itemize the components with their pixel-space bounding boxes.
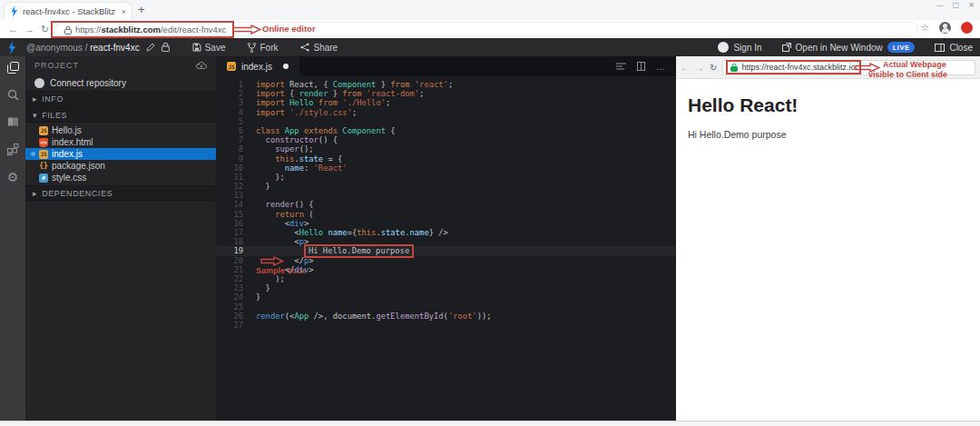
code-line[interactable]: 26render(<App />, document.getElementByI… bbox=[216, 312, 676, 321]
code-line[interactable]: 7 constructor() { bbox=[216, 135, 676, 144]
code-line[interactable]: 5 bbox=[216, 117, 676, 126]
line-number: 6 bbox=[216, 126, 256, 135]
bookmark-star-icon[interactable]: ☆ bbox=[920, 22, 929, 34]
preview-back-icon[interactable]: ← bbox=[681, 63, 690, 73]
code-line[interactable]: 17 <Hello name={this.state.name} /> bbox=[216, 228, 676, 237]
settings-gear-icon[interactable]: ⚙ bbox=[7, 171, 19, 183]
code-line[interactable]: 27 bbox=[216, 321, 676, 330]
open-new-window-button[interactable]: Open in New Window LIVE bbox=[782, 42, 916, 53]
online-editor-label: Online editor bbox=[262, 24, 316, 34]
extensions-icon[interactable] bbox=[7, 144, 19, 155]
line-text: render() { bbox=[256, 200, 314, 209]
code-line[interactable]: 10 name: 'React' bbox=[216, 163, 676, 173]
code-line[interactable]: 4import './style.css'; bbox=[216, 108, 676, 117]
file-name: index.js bbox=[52, 149, 83, 159]
code-line[interactable]: 20 </p> bbox=[216, 256, 676, 265]
code-line[interactable]: 12 } bbox=[216, 182, 676, 191]
update-badge-icon[interactable] bbox=[961, 22, 973, 34]
code-line[interactable]: 8 super(); bbox=[216, 144, 676, 154]
code-line[interactable]: 18 <p> bbox=[216, 237, 676, 246]
code-line[interactable]: 22 ); bbox=[216, 274, 676, 283]
code-line[interactable]: 19 Hi Hello.Demo purposeSample code bbox=[216, 246, 676, 255]
preview-refresh-icon[interactable]: ↻ bbox=[710, 63, 717, 73]
code-area[interactable]: 1import React, { Component } from 'react… bbox=[216, 80, 676, 330]
line-text: </div> bbox=[256, 265, 314, 274]
code-line[interactable]: 14 render() { bbox=[216, 200, 676, 209]
section-info[interactable]: ▸ INFO bbox=[25, 91, 216, 106]
code-line[interactable]: 21 </div> bbox=[216, 265, 676, 274]
line-text: } bbox=[256, 182, 270, 191]
line-text: name: 'React' bbox=[256, 163, 348, 173]
download-project-icon[interactable] bbox=[196, 62, 207, 70]
format-icon[interactable] bbox=[616, 63, 626, 71]
code-editor: JS index.js … 1import React, { Component… bbox=[216, 56, 676, 421]
files-activity-icon[interactable] bbox=[7, 62, 19, 74]
section-dependencies[interactable]: ▸ DEPENDENCIES bbox=[25, 185, 216, 201]
refresh-icon[interactable]: ↻ bbox=[41, 23, 49, 35]
more-options-icon[interactable]: … bbox=[656, 62, 665, 72]
editor-tab-indexjs[interactable]: JS index.js bbox=[216, 56, 299, 76]
line-number: 21 bbox=[216, 265, 256, 274]
split-editor-icon[interactable] bbox=[637, 62, 645, 71]
minimize-icon[interactable]: — bbox=[936, 1, 944, 9]
editor-tab-title: index.js bbox=[241, 62, 272, 72]
line-text: } bbox=[256, 283, 270, 292]
file-row[interactable]: {}package.json bbox=[25, 160, 216, 172]
preview-url-annotation-box: https://react-fnv4xc.stackblitz.io bbox=[726, 60, 861, 74]
forward-icon[interactable]: → bbox=[24, 23, 34, 35]
file-row[interactable]: JSHello.js bbox=[25, 124, 216, 136]
line-text: }; bbox=[256, 173, 285, 182]
url-annotation-box bbox=[51, 21, 234, 38]
save-button[interactable]: Save bbox=[192, 43, 226, 53]
file-row[interactable]: <>index.html bbox=[25, 136, 216, 148]
sign-in-button[interactable]: Sign In bbox=[718, 42, 761, 53]
line-text: import React, { Component } from 'react'… bbox=[256, 80, 453, 89]
editor-actions: … bbox=[616, 62, 676, 72]
line-number: 15 bbox=[216, 210, 256, 219]
code-line[interactable]: 3import Hello from './Hello'; bbox=[216, 98, 676, 107]
line-text: constructor() { bbox=[256, 135, 338, 144]
maximize-icon[interactable]: ▢ bbox=[953, 1, 960, 9]
line-number: 16 bbox=[216, 219, 256, 228]
tab-close-icon[interactable]: × bbox=[122, 7, 126, 16]
code-line[interactable]: 11 }; bbox=[216, 173, 676, 182]
sidebar: PROJECT Connect repository ▸ INFO ▾ FILE… bbox=[25, 56, 216, 421]
code-line[interactable]: 2import { render } from 'react-dom'; bbox=[216, 89, 676, 98]
file-row[interactable]: JSindex.js bbox=[25, 148, 216, 160]
line-number: 12 bbox=[216, 182, 256, 191]
share-icon bbox=[300, 43, 309, 52]
code-line[interactable]: 13 bbox=[216, 191, 676, 200]
line-text: this.state = { bbox=[256, 154, 342, 163]
github-icon bbox=[34, 78, 44, 88]
code-line[interactable]: 9 this.state = { bbox=[216, 154, 676, 163]
connect-repository-button[interactable]: Connect repository bbox=[25, 74, 216, 91]
code-line[interactable]: 1import React, { Component } from 'react… bbox=[216, 80, 676, 89]
client-side-label: visible to Client side bbox=[868, 70, 947, 79]
search-icon[interactable] bbox=[7, 89, 19, 101]
code-line[interactable]: 6class App extends Component { bbox=[216, 126, 676, 135]
edit-name-pencil-icon[interactable] bbox=[146, 43, 155, 52]
code-line[interactable]: 16 <div> bbox=[216, 219, 676, 228]
code-line[interactable]: 24} bbox=[216, 292, 676, 302]
line-number: 18 bbox=[216, 237, 256, 246]
project-breadcrumb[interactable]: @anonymous / react-fnv4xc bbox=[26, 43, 140, 53]
browser-tab[interactable]: react-fnv4xc - StackBlitz × bbox=[4, 2, 132, 20]
code-line[interactable]: 23 } bbox=[216, 283, 676, 292]
preview-forward-icon[interactable]: → bbox=[695, 63, 704, 73]
share-button[interactable]: Share bbox=[300, 43, 338, 53]
privacy-lock-icon[interactable] bbox=[162, 43, 170, 52]
section-files[interactable]: ▾ FILES bbox=[25, 107, 216, 123]
line-text: render(<App />, document.getElementById(… bbox=[256, 312, 492, 321]
new-tab-button[interactable]: + bbox=[138, 3, 145, 16]
code-line[interactable]: 25 bbox=[216, 302, 676, 312]
code-line[interactable]: 15 return ( bbox=[216, 210, 676, 219]
modified-dot-icon bbox=[31, 163, 35, 168]
fork-button[interactable]: Fork bbox=[248, 43, 278, 53]
close-panel-button[interactable]: Close bbox=[935, 43, 973, 53]
docs-book-icon[interactable] bbox=[7, 116, 19, 128]
file-row[interactable]: #style.css bbox=[25, 172, 216, 183]
close-window-icon[interactable]: ✕ bbox=[968, 1, 975, 9]
profile-avatar[interactable] bbox=[939, 22, 951, 34]
back-icon[interactable]: ← bbox=[8, 23, 18, 35]
chevron-right-icon: ▸ bbox=[33, 94, 37, 104]
